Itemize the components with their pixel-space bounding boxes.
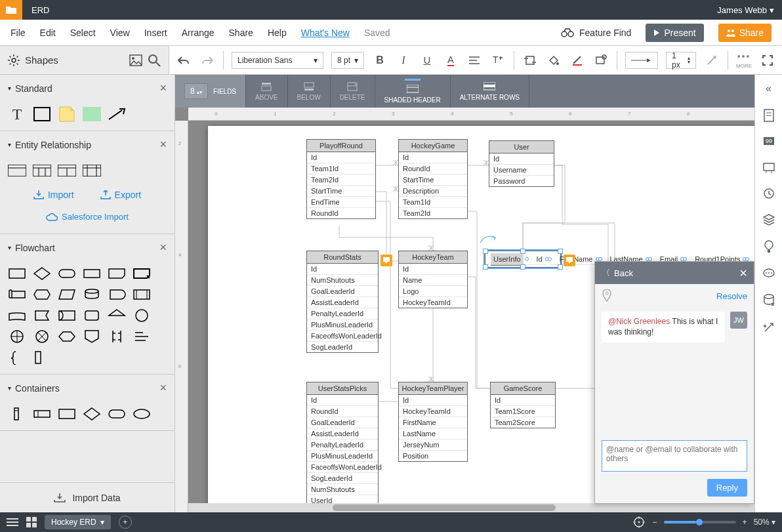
text-color-button[interactable]: A xyxy=(443,52,459,68)
container-shape-4[interactable] xyxy=(108,407,126,421)
container-shape-3[interactable] xyxy=(83,407,101,421)
present-button[interactable]: Present xyxy=(646,24,703,42)
flowchart-shape-18[interactable] xyxy=(8,329,26,344)
rail-paint-icon[interactable] xyxy=(763,240,775,253)
flowchart-shape-15[interactable] xyxy=(83,308,101,323)
table-row[interactable]: HockeyTeamId xyxy=(399,406,467,417)
table-row[interactable]: SogLeaderId xyxy=(307,473,378,484)
erd-alternate-rows[interactable]: ALTERNATE ROWS xyxy=(451,75,529,108)
table-row[interactable]: StartTime xyxy=(307,186,375,197)
back-button[interactable]: 〈Back xyxy=(602,267,633,279)
shape-note[interactable] xyxy=(58,107,76,121)
table-row[interactable]: Team1Id xyxy=(307,163,375,174)
table-row[interactable]: Id xyxy=(307,264,378,275)
category-entity-relationship[interactable]: ▾Entity Relationship× xyxy=(0,131,175,158)
table-row[interactable]: LastName xyxy=(399,428,467,440)
export-button[interactable]: Export xyxy=(100,190,141,200)
table-UserInfo[interactable]: UserInfoIdFirstNameLastNameEmailRound1Po… xyxy=(485,251,561,268)
target-icon[interactable] xyxy=(633,516,645,528)
erd-above[interactable]: ABOVE xyxy=(246,75,287,108)
table-row[interactable]: FirstName xyxy=(399,417,467,428)
table-row[interactable]: Team2Score xyxy=(491,417,555,428)
table-row[interactable]: FaceoffsWonLeaderId xyxy=(307,462,378,473)
font-size-select[interactable]: 8 pt▾ xyxy=(331,52,364,69)
menu-arrange[interactable]: Arrange xyxy=(182,28,215,38)
flowchart-shape-12[interactable] xyxy=(8,308,26,323)
flowchart-shape-16[interactable] xyxy=(108,308,126,323)
flowchart-shape-6[interactable] xyxy=(8,287,26,302)
list-view-icon[interactable] xyxy=(7,518,18,527)
table-row[interactable]: AssistLeaderId xyxy=(307,428,378,440)
flowchart-shape-21[interactable] xyxy=(83,329,101,344)
flowchart-shape-13[interactable] xyxy=(33,308,51,323)
table-GameScore[interactable]: GameScoreIdTeam1ScoreTeam2Score xyxy=(490,382,556,428)
table-row[interactable]: Team2Id xyxy=(307,174,375,186)
line-options-button[interactable] xyxy=(704,52,720,68)
table-header[interactable]: UserStatsPicks xyxy=(307,382,378,395)
table-row[interactable]: PlusMinusLeaderId xyxy=(307,319,378,331)
table-header[interactable]: RoundStats xyxy=(307,251,378,264)
table-UserStatsPicks[interactable]: UserStatsPicksIdRoundIdGoalLeaderIdAssis… xyxy=(306,382,379,506)
rail-chat-icon[interactable] xyxy=(763,268,775,279)
fill-button[interactable] xyxy=(546,52,562,68)
menu-help[interactable]: Help xyxy=(268,28,287,38)
table-header[interactable]: UserInfo xyxy=(491,253,524,266)
line-style-select[interactable] xyxy=(625,52,658,69)
page-tab[interactable]: Hockey ERD▾ xyxy=(45,515,111,529)
table-header[interactable]: HockeyTeam xyxy=(399,251,467,264)
redo-button[interactable] xyxy=(199,52,215,68)
table-row[interactable]: Id xyxy=(527,254,546,265)
table-HockeyGame[interactable]: HockeyGameIdRoundIdStartTimeDescriptionT… xyxy=(398,139,468,219)
flowchart-shape-8[interactable] xyxy=(58,287,76,302)
table-row[interactable]: RoundId xyxy=(399,163,467,174)
table-header[interactable]: PlayoffRound xyxy=(307,140,375,152)
flowchart-shape-3[interactable] xyxy=(83,266,101,281)
underline-button[interactable]: U xyxy=(419,52,435,68)
resolve-button[interactable]: Resolve xyxy=(716,291,747,301)
table-row[interactable]: Name xyxy=(399,275,467,286)
flowchart-shape-0[interactable] xyxy=(8,266,26,281)
flowchart-shape-10[interactable] xyxy=(108,287,126,302)
import-button[interactable]: Import xyxy=(33,190,74,200)
rail-doc-icon[interactable] xyxy=(763,109,775,122)
close-icon[interactable]: × xyxy=(159,381,167,395)
collapse-rail-button[interactable]: « xyxy=(766,83,772,94)
close-icon[interactable]: × xyxy=(739,266,747,281)
table-RoundStats[interactable]: RoundStatsIdNumShutoutsGoalLeaderIdAssis… xyxy=(306,251,379,353)
table-row[interactable]: SogLeaderId xyxy=(307,342,378,352)
zoom-in-button[interactable]: + xyxy=(743,518,747,527)
flowchart-shape-17[interactable] xyxy=(133,308,151,323)
shape-block[interactable] xyxy=(83,107,101,121)
table-row[interactable]: Logo xyxy=(399,286,467,297)
menu-insert[interactable]: Insert xyxy=(144,28,167,38)
line-width-select[interactable]: 1 px▴▾ xyxy=(666,52,696,69)
container-shape-1[interactable] xyxy=(33,407,51,421)
menu-select[interactable]: Select xyxy=(70,28,96,38)
flowchart-shape-2[interactable] xyxy=(58,266,76,281)
horizontal-scrollbar[interactable] xyxy=(188,503,754,512)
erd-shaded-header[interactable]: SHADED HEADER xyxy=(375,75,451,108)
flowchart-shape-7[interactable] xyxy=(33,287,51,302)
erd-shape-3[interactable] xyxy=(58,163,76,178)
more-button[interactable]: •••MORE xyxy=(736,51,752,69)
table-row[interactable]: GoalLeaderId xyxy=(307,286,378,297)
text-options-button[interactable]: T xyxy=(490,52,506,68)
flowchart-shape-19[interactable] xyxy=(33,329,51,344)
erd-fields[interactable]: 8 ▴▾ FIELDS xyxy=(175,75,246,108)
flowchart-shape-24[interactable] xyxy=(8,350,26,365)
zoom-level[interactable]: 50% ▾ xyxy=(754,518,775,527)
zoom-out-button[interactable]: − xyxy=(653,518,657,527)
category-containers[interactable]: ▾Containers× xyxy=(0,375,175,401)
shape-arrow[interactable] xyxy=(108,107,126,121)
comment-tag-icon[interactable] xyxy=(381,255,392,266)
shape-options-button[interactable] xyxy=(593,52,609,68)
menu-file[interactable]: File xyxy=(10,28,26,38)
menu-edit[interactable]: Edit xyxy=(40,28,56,38)
table-row[interactable]: Id xyxy=(307,395,378,406)
table-HockeyTeam[interactable]: HockeyTeamIdNameLogoHockeyTeamId xyxy=(398,251,468,308)
container-shape-5[interactable] xyxy=(133,407,151,421)
line-color-button[interactable] xyxy=(569,52,585,68)
crop-button[interactable] xyxy=(522,52,538,68)
rail-comment-icon[interactable]: 99 xyxy=(763,136,775,147)
table-row[interactable]: GoalLeaderId xyxy=(307,417,378,428)
